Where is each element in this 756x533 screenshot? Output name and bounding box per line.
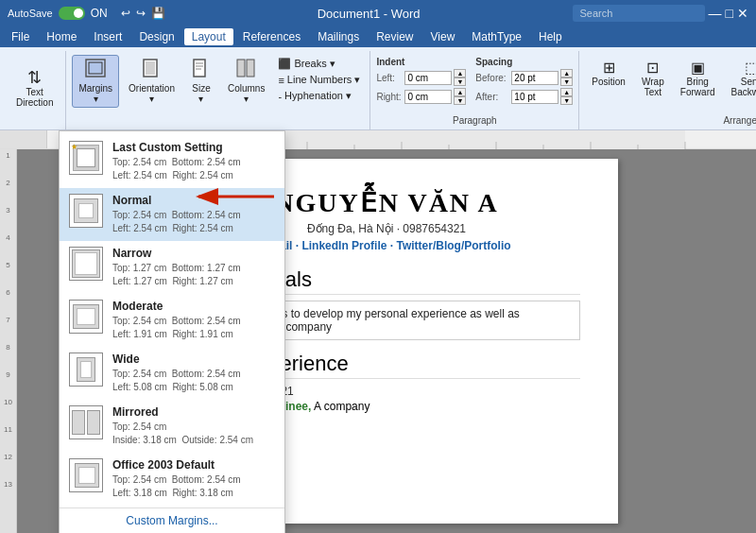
orientation-button[interactable]: Orientation ▾ — [122, 55, 181, 108]
job-company: A company — [314, 400, 369, 413]
margin-mirrored-right — [87, 410, 100, 435]
moderate-left: Left: 1.91 cm — [112, 329, 167, 339]
line-numbers-icon: ≡ — [278, 75, 284, 86]
menu-references[interactable]: References — [235, 28, 308, 45]
menu-design[interactable]: Design — [131, 28, 181, 45]
spacing-after-down[interactable]: ▼ — [560, 96, 573, 105]
menu-layout[interactable]: Layout — [184, 28, 233, 45]
ruler-num-11: 11 — [4, 425, 12, 434]
indent-right-down[interactable]: ▼ — [454, 96, 466, 105]
menu-insert[interactable]: Insert — [86, 28, 129, 45]
indent-group: Indent Left: ▲ ▼ Right: ▲ ▼ — [376, 57, 466, 105]
ruler-num-4: 4 — [6, 233, 9, 242]
menu-review[interactable]: Review — [369, 28, 421, 45]
margin-narrow-detail: Top: 1.27 cm Bottom: 1.27 cm Left: 1.27 … — [112, 262, 275, 288]
menu-help[interactable]: Help — [531, 28, 570, 45]
margin-narrow-icon — [69, 247, 103, 281]
menu-view[interactable]: View — [423, 28, 463, 45]
maximize-icon[interactable]: □ — [726, 6, 733, 21]
spacing-before-up[interactable]: ▲ — [560, 69, 573, 77]
indent-right-row: Right: ▲ ▼ — [376, 88, 466, 105]
orientation-dropdown-icon: ▾ — [149, 94, 154, 104]
margins-button[interactable]: Margins ▾ — [72, 55, 119, 108]
spacing-before-down[interactable]: ▼ — [560, 77, 573, 86]
ruler-num-9: 9 — [6, 370, 9, 379]
margin-normal[interactable]: Normal Top: 2.54 cm Bottom: 2.54 cm Left… — [60, 188, 284, 241]
spacing-after-row: After: ▲ ▼ — [475, 88, 573, 105]
margin-normal-detail: Top: 2.54 cm Bottom: 2.54 cm Left: 2.54 … — [112, 209, 275, 235]
title-bar-right: — □ ✕ — [573, 5, 748, 22]
size-dropdown-icon: ▾ — [198, 94, 203, 104]
bring-forward-button[interactable]: ▣ Bring Forward — [674, 55, 722, 101]
menu-mailings[interactable]: Mailings — [310, 28, 367, 45]
wrap-text-label2: Text — [644, 87, 662, 97]
ruler-num-5: 5 — [6, 261, 9, 269]
line-numbers-button[interactable]: ≡ Line Numbers ▾ — [274, 73, 364, 87]
margin-moderate[interactable]: Moderate Top: 2.54 cm Bottom: 2.54 cm Le… — [60, 294, 284, 347]
indent-left-input[interactable] — [404, 71, 452, 85]
margin-last-custom[interactable]: ★ Last Custom Setting Top: 2.54 cm Botto… — [60, 135, 284, 188]
autosave-state: ON — [91, 7, 108, 20]
close-icon[interactable]: ✕ — [737, 6, 748, 21]
spacing-before-input[interactable] — [511, 71, 558, 85]
custom-margins-button[interactable]: Custom Margins... — [60, 507, 284, 533]
size-button[interactable]: Size ▾ — [184, 55, 218, 108]
margin-office2003[interactable]: Office 2003 Default Top: 2.54 cm Bottom:… — [60, 453, 284, 506]
breaks-label: Breaks ▾ — [294, 58, 335, 70]
wide-top: Top: 2.54 cm — [112, 369, 166, 379]
hyphenation-label: Hyphenation ▾ — [284, 90, 352, 102]
paragraph-section-label: Paragraph — [453, 113, 497, 128]
breaks-button[interactable]: ⬛ Breaks ▾ — [274, 57, 364, 71]
ruler-num-2: 2 — [6, 179, 9, 187]
margin-moderate-detail: Top: 2.54 cm Bottom: 2.54 cm Left: 1.91 … — [112, 315, 275, 341]
ribbon-section-page-setup: Margins ▾ Orientation ▾ Size ▾ — [66, 51, 370, 129]
spacing-after-input[interactable] — [511, 90, 558, 104]
menu-home[interactable]: Home — [39, 28, 84, 45]
save-icon[interactable]: 💾 — [151, 7, 165, 20]
indent-left-spinner[interactable]: ▲ ▼ — [454, 69, 466, 86]
position-button[interactable]: ⊞ Position — [585, 55, 632, 91]
margin-narrow[interactable]: Narrow Top: 1.27 cm Bottom: 1.27 cm Left… — [60, 241, 284, 294]
indent-left-up[interactable]: ▲ — [454, 69, 466, 77]
wrap-text-button[interactable]: ⊡ Wrap Text — [635, 55, 671, 101]
spacing-before-spinner[interactable]: ▲ ▼ — [560, 69, 573, 86]
title-bar-left: AutoSave ON ↩ ↪ 💾 — [8, 7, 165, 20]
wide-right: Right: 5.08 cm — [172, 382, 232, 392]
margin-moderate-icon — [69, 300, 103, 334]
columns-button[interactable]: Columns ▾ — [221, 55, 271, 108]
indent-left-down[interactable]: ▼ — [454, 77, 466, 86]
svg-rect-1 — [89, 62, 102, 74]
margin-mirrored[interactable]: Mirrored Top: 2.54 cm Inside: 3.18 cm Ou… — [60, 400, 284, 453]
ruler-num-8: 8 — [6, 343, 9, 352]
margin-last-custom-detail: Top: 2.54 cm Bottom: 2.54 cm Left: 2.54 … — [112, 156, 275, 182]
orientation-icon — [143, 59, 162, 83]
margin-moderate-name: Moderate — [112, 300, 275, 313]
spacing-group: Spacing Before: ▲ ▼ After: ▲ ▼ — [475, 57, 573, 105]
undo-icon[interactable]: ↩ — [121, 7, 130, 20]
menu-file[interactable]: File — [4, 28, 37, 45]
job-item-2: Job 2 — [234, 432, 580, 445]
moderate-top: Top: 2.54 cm — [112, 316, 166, 326]
spacing-after-spinner[interactable]: ▲ ▼ — [560, 88, 573, 105]
menu-mathtype[interactable]: MathType — [464, 28, 529, 45]
hyphenation-button[interactable]: - Hyphenation ▾ — [274, 89, 364, 103]
text-direction-button[interactable]: ⇅ Text Direction — [9, 65, 60, 112]
minimize-icon[interactable]: — — [709, 6, 722, 21]
ruler-num-7: 7 — [6, 316, 9, 324]
indent-right-spinner[interactable]: ▲ ▼ — [454, 88, 466, 105]
margin-wide[interactable]: Wide Top: 2.54 cm Bottom: 2.54 cm Left: … — [60, 347, 284, 400]
margin-moderate-page — [77, 308, 95, 325]
redo-icon[interactable]: ↪ — [136, 7, 146, 20]
margin-mirrored-left — [72, 410, 85, 435]
send-backward-button[interactable]: ⬚ Send Backward — [725, 55, 756, 101]
normal-right: Right: 2.54 cm — [172, 223, 232, 233]
star-icon: ★ — [71, 143, 77, 151]
indent-right-up[interactable]: ▲ — [454, 88, 466, 96]
spacing-after-label: After: — [475, 92, 509, 102]
indent-right-input[interactable] — [404, 90, 452, 104]
margins-label: Margins — [78, 83, 112, 94]
spacing-after-up[interactable]: ▲ — [560, 88, 573, 96]
arrange-section-label: Arrange — [723, 113, 756, 128]
search-input[interactable] — [573, 5, 705, 22]
autosave-toggle[interactable] — [59, 7, 85, 20]
